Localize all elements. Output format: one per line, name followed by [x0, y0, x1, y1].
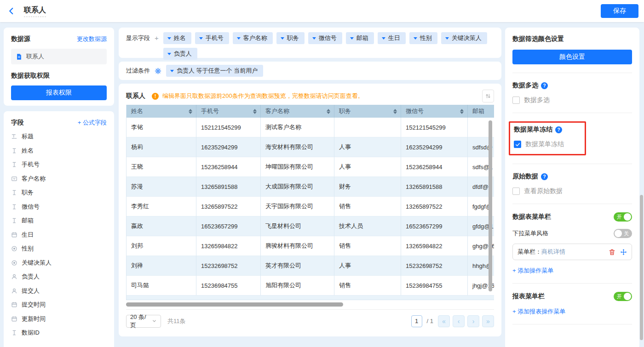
calendar-icon: [11, 232, 17, 238]
page-size-select[interactable]: 20 条/页: [126, 315, 161, 328]
page-vertical-scrollbar[interactable]: [640, 195, 643, 340]
sort-arrows-icon[interactable]: [189, 109, 192, 114]
cell: 苏漫: [126, 177, 196, 197]
save-button[interactable]: 保存: [601, 4, 638, 18]
change-datasource-link[interactable]: 更改数据源: [77, 35, 107, 43]
color-setting-button[interactable]: 颜色设置: [512, 50, 632, 64]
column-header-name[interactable]: 姓名: [126, 105, 196, 118]
field-item-wechat[interactable]: 微信号: [11, 200, 107, 214]
table-row[interactable]: 李秀红13265897522天宇国际有限公司销售13265897522fgdgf…: [126, 197, 494, 216]
field-item-job[interactable]: 职务: [11, 186, 107, 200]
sort-arrows-icon[interactable]: [393, 109, 397, 114]
help-icon[interactable]: ?: [555, 126, 562, 133]
dropdown-style-toggle[interactable]: 关: [614, 229, 632, 238]
field-item-decisionmaker[interactable]: 关键决策人: [11, 256, 107, 270]
table-row[interactable]: 刘邦13265984822腾骏材料有限公司销售13265984822ghg@16: [126, 236, 494, 256]
sort-arrows-icon[interactable]: [460, 109, 464, 114]
column-header-customer[interactable]: 客户名称: [261, 105, 334, 118]
add-report-menu-link[interactable]: + 添加报表操作菜单: [512, 307, 632, 316]
field-item-birthday[interactable]: 生日: [11, 228, 107, 242]
chevron-down-icon: [237, 37, 241, 40]
chip-job[interactable]: 职务: [276, 32, 305, 44]
table-horizontal-scrollbar[interactable]: [126, 302, 343, 307]
field-item-email[interactable]: 邮箱: [11, 214, 107, 228]
table-row[interactable]: 苏漫13265891588大成国际有限公司财务13265891588dfdf@1: [126, 177, 494, 197]
table-row[interactable]: 杨莉16235294299海安材料有限公司人事16235294299sdfsd@: [126, 137, 494, 157]
chip-name[interactable]: 姓名: [163, 32, 191, 44]
field-item-title[interactable]: 标题: [11, 130, 107, 144]
permission-title: 数据获取权限: [11, 72, 107, 80]
next-page-button[interactable]: ›: [467, 315, 479, 327]
field-item-gender[interactable]: 性别: [11, 242, 107, 256]
divider: [512, 324, 632, 324]
field-label: 性别: [22, 245, 34, 253]
chip-phone[interactable]: 手机号: [195, 32, 229, 44]
prev-page-button[interactable]: ‹: [453, 315, 465, 327]
first-page-button[interactable]: «: [438, 315, 450, 327]
divider: [512, 73, 632, 73]
table-row[interactable]: 王晓15236258944坤曜国际有限公司人事15236258944sdfs@1: [126, 157, 494, 177]
cell: 财务: [334, 177, 401, 197]
field-item-phone[interactable]: 手机号: [11, 158, 107, 172]
chip-wechat[interactable]: 微信号: [308, 32, 342, 44]
sort-updown-icon: [484, 92, 492, 100]
report-permission-button[interactable]: 报表权限: [11, 85, 107, 100]
page-number-input[interactable]: 1: [411, 315, 422, 327]
move-icon[interactable]: [620, 249, 627, 256]
chip-decisionmaker[interactable]: 关键决策人: [441, 32, 487, 44]
report-menu-title: 报表菜单栏: [512, 292, 545, 301]
display-field-chips: 姓名 手机号 客户名称 职务 微信号 邮箱 生日 性别 关键决策人 负责人: [163, 32, 494, 60]
column-header-phone[interactable]: 手机号: [196, 105, 261, 118]
text-icon: [11, 161, 17, 168]
freeze-title: 数据菜单冻结 ?: [514, 125, 581, 134]
cell: 15236984755: [401, 276, 468, 296]
top-bar: 联系人 保存: [0, 0, 644, 22]
sort-order-button[interactable]: [482, 90, 494, 102]
column-header-wechat[interactable]: 微信号: [401, 105, 468, 118]
field-item-name[interactable]: 姓名: [11, 144, 107, 158]
field-item-customer[interactable]: 客户名称: [11, 172, 107, 186]
fields-title: 字段: [11, 119, 24, 127]
help-icon[interactable]: ?: [541, 173, 548, 180]
chevron-down-icon: [445, 37, 449, 40]
chip-birthday[interactable]: 生日: [378, 32, 406, 44]
chip-owner[interactable]: 负责人: [163, 48, 197, 60]
column-header-email[interactable]: 邮箱: [468, 105, 494, 118]
cell: 销售: [334, 276, 401, 296]
field-item-owner[interactable]: 负责人: [11, 270, 107, 284]
help-icon[interactable]: ?: [541, 82, 548, 89]
last-page-button[interactable]: »: [482, 315, 494, 327]
table-row[interactable]: 司马懿15236984755旭阳有限公司销售15236984755jhgj@16: [126, 276, 494, 296]
freeze-checkbox[interactable]: [514, 141, 521, 148]
field-item-update-time[interactable]: 更新时间: [11, 312, 107, 326]
add-action-menu-link[interactable]: + 添加操作菜单: [512, 267, 632, 275]
sort-arrows-icon[interactable]: [327, 109, 330, 114]
dropdown-style-label: 下拉菜单风格: [512, 229, 548, 238]
report-menu-toggle[interactable]: 开: [614, 292, 632, 301]
field-item-submitter[interactable]: 提交人: [11, 284, 107, 298]
column-header-job[interactable]: 职务: [334, 105, 401, 118]
sort-arrows-icon[interactable]: [253, 109, 257, 114]
table-row[interactable]: 嬴政16523657299飞星材料公司技术人员16523657299gfdg@1: [126, 216, 494, 236]
raw-data-checkbox[interactable]: [512, 188, 520, 195]
table-menu-toggle[interactable]: 开: [614, 212, 632, 222]
table-row[interactable]: 刘禅15232698752英才有限公司人事15232698752hhgh@: [126, 256, 494, 276]
add-formula-field-link[interactable]: + 公式字段: [78, 119, 107, 127]
trash-icon[interactable]: [609, 249, 615, 256]
datasource-item[interactable]: 联系人: [11, 49, 107, 64]
chip-gender[interactable]: 性别: [409, 32, 437, 44]
chip-customer[interactable]: 客户名称: [233, 32, 273, 44]
table-vertical-scrollbar[interactable]: [489, 120, 492, 291]
filter-condition-chip[interactable]: 负责人 等于任意一个 当前用户: [166, 65, 263, 77]
add-display-field-button[interactable]: +: [155, 32, 159, 60]
field-item-submit-time[interactable]: 提交时间: [11, 298, 107, 312]
field-label: 更新时间: [22, 315, 46, 323]
multi-select-checkbox[interactable]: [512, 97, 520, 104]
table-row[interactable]: 李铭152121545299测试客户名称152121545299: [126, 118, 494, 137]
back-button[interactable]: [6, 5, 17, 17]
field-item-dataid[interactable]: 数据ID: [11, 326, 107, 340]
menu-item[interactable]: 菜单栏： 商机详情: [512, 244, 632, 260]
toggle-knob: [624, 293, 631, 300]
gear-icon[interactable]: [155, 68, 161, 74]
chip-email[interactable]: 邮箱: [346, 32, 374, 44]
